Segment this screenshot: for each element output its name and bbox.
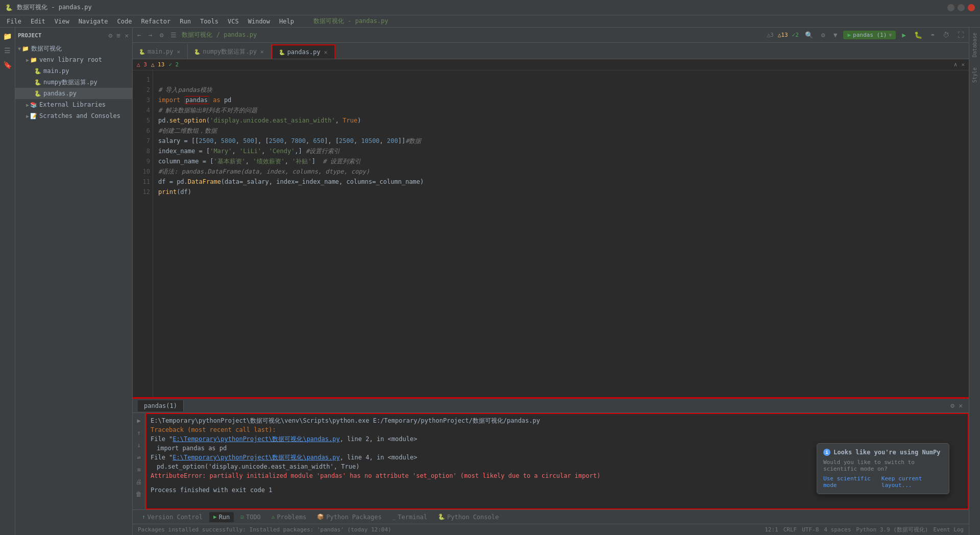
menu-navigate[interactable]: Navigate [75,17,112,26]
tree-scratches[interactable]: ▶ 📝 Scratches and Consoles [15,110,132,121]
notification-icon: i [823,449,830,456]
file-link-2[interactable]: E:\Temporary\pythonProject\数据可视化\pandas.… [173,454,339,461]
minimize-button[interactable] [947,4,954,11]
bookmarks-icon[interactable]: 🔖 [2,59,14,71]
title-bar: 🐍 数据可视化 - pandas.py [0,0,980,15]
forward-icon[interactable]: → [146,30,155,40]
warning-count[interactable]: △3 [767,32,773,38]
tree-external-libraries[interactable]: ▶ 📚 External Libraries [15,99,132,110]
soft-wrap-icon[interactable]: ≡ [134,465,144,475]
warnings-bar: △ 3 △ 13 ✓ 2 ∧ ✕ [133,59,969,70]
hide-icon[interactable]: ▼ [831,30,840,40]
tree-numpy-py[interactable]: 🐍 numpy数据运算.py [15,77,132,88]
run-settings-icon[interactable]: ⚙ [949,401,955,410]
version-control-icon: ↑ [142,514,145,520]
clear-icon[interactable]: 🗑 [134,489,144,499]
keep-layout-link[interactable]: Keep current layout... [881,475,943,489]
tab-terminal[interactable]: _ Terminal [388,512,431,522]
settings-icon[interactable]: ⚙ [158,30,166,40]
coverage-button[interactable]: ☂ [928,30,937,40]
tab-pandas-py[interactable]: 🐍 pandas.py ✕ [272,44,336,59]
app-icon: 🐍 [5,4,13,11]
menu-refactor[interactable]: Refactor [137,17,175,26]
search-icon[interactable]: 🔍 [803,30,815,40]
structure-icon[interactable]: ☰ [2,44,14,57]
close-numpy-py[interactable]: ✕ [259,48,265,56]
run-tab-pandas[interactable]: pandas(1) [138,400,184,411]
tree-venv[interactable]: ▶ 📁 venv library root [15,54,132,65]
event-log[interactable]: Event Log [933,526,964,533]
collapse-icon[interactable]: ☰ [168,30,179,40]
debug-button[interactable]: 🐛 [912,30,924,40]
tab-run[interactable]: ▶ Run [209,512,234,522]
ok-count[interactable]: ✓2 [792,32,799,38]
scroll-down-icon[interactable]: ↓ [134,440,144,450]
code-area[interactable]: # 导入pandas模块 import pandas as pd # 解决数据输… [153,70,969,397]
style-label[interactable]: Style [972,67,977,83]
menu-window[interactable]: Window [244,17,274,26]
numpy-py-icon: 🐍 [194,49,200,55]
run-close-icon[interactable]: ✕ [958,401,964,410]
todo-icon: ☑ [240,514,244,520]
sidebar-hide-icon[interactable]: ✕ [124,31,130,40]
wrap-icon[interactable]: ⇌ [134,452,144,463]
fullscreen-button[interactable]: ⛶ [955,30,966,40]
menu-help[interactable]: Help [275,17,298,26]
maximize-button[interactable] [958,4,965,11]
print-icon[interactable]: 🖨 [134,477,144,487]
menu-vcs[interactable]: VCS [224,17,243,26]
run-config-dropdown[interactable]: ▶ pandas (1) ▼ [843,31,896,39]
menu-code[interactable]: Code [113,17,136,26]
menu-edit[interactable]: Edit [27,17,50,26]
settings2-icon[interactable]: ⚙ [819,30,827,40]
run-button[interactable]: ▶ [900,30,908,40]
menu-tools[interactable]: Tools [196,17,223,26]
run-config-label: pandas (1) [853,32,887,38]
menu-file[interactable]: File [3,17,26,26]
project-icon[interactable]: 📁 [2,30,14,42]
sidebar-toolbar: PROJECT ⚙ ≡ ✕ [15,28,132,43]
error-count[interactable]: △13 [778,32,788,38]
tree-project-root[interactable]: ▼ 📁 数据可视化 [15,43,132,54]
tab-main-py[interactable]: 🐍 main.py ✕ [133,44,188,59]
sidebar-collapse-icon[interactable]: ≡ [115,31,121,40]
rerun-icon[interactable]: ▶ [134,416,144,426]
notification: i Looks like you're using NumPy Would yo… [817,443,949,494]
indentation[interactable]: 4 spaces [824,526,851,533]
packages-icon: 📦 [317,514,324,520]
cursor-position[interactable]: 12:1 [765,526,778,533]
scientific-mode-link[interactable]: Use scientific mode [823,475,876,489]
encoding[interactable]: UTF-8 [802,526,819,533]
menu-run[interactable]: Run [176,17,195,26]
line-ending[interactable]: CRLF [783,526,797,533]
notification-header: i Looks like you're using NumPy [823,449,943,456]
profile-button[interactable]: ⏱ [941,30,951,40]
menu-view[interactable]: View [51,17,74,26]
tree-pandas-py[interactable]: 🐍 pandas.py [15,88,132,99]
tab-python-packages[interactable]: 📦 Python Packages [313,512,385,522]
tab-problems[interactable]: ⚠ Problems [267,512,310,522]
tab-version-control[interactable]: ↑ Version Control [138,512,207,522]
tab-numpy-py[interactable]: 🐍 numpy数据运算.py ✕ [188,44,271,59]
main-py-icon: 🐍 [139,49,145,55]
run-panel-tabs: pandas(1) [138,400,184,411]
sidebar: PROJECT ⚙ ≡ ✕ ▼ 📁 数据可视化 ▶ 📁 venv library… [15,28,133,535]
close-button[interactable] [968,4,975,11]
run-panel-icons: ⚙ ✕ [949,401,964,410]
sidebar-settings-icon[interactable]: ⚙ [108,31,114,40]
tab-python-console[interactable]: 🐍 Python Console [434,512,503,522]
run-panel-header: pandas(1) ⚙ ✕ [133,399,969,413]
database-label[interactable]: Database [972,33,977,57]
scroll-up-icon[interactable]: ↑ [134,428,144,438]
expand-warnings[interactable]: ∧ [954,61,958,68]
tab-todo[interactable]: ☑ TODO [236,512,265,522]
problems-icon: ⚠ [272,514,275,520]
tree-main-py[interactable]: 🐍 main.py [15,65,132,77]
python-version[interactable]: Python 3.9 (数据可视化) [856,526,928,533]
close-warnings[interactable]: ✕ [961,61,965,68]
close-main-py[interactable]: ✕ [176,48,182,56]
right-sidebar: Database Style [969,28,980,535]
file-link-1[interactable]: E:\Temporary\pythonProject\数据可视化\pandas.… [173,435,339,443]
close-pandas-py[interactable]: ✕ [323,48,329,56]
back-icon[interactable]: ← [135,30,143,40]
